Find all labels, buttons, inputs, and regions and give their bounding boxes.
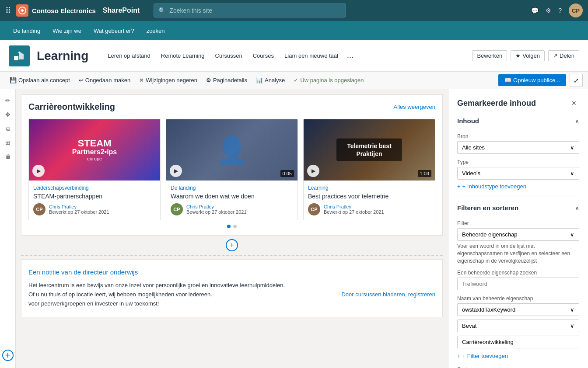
- view-all-link[interactable]: Alles weergeven: [394, 104, 435, 110]
- discard-button[interactable]: ✕ Wijzigingen negeren: [135, 72, 202, 89]
- site-nav-courses[interactable]: Courses: [248, 40, 279, 72]
- filter-dropdown[interactable]: Beheerde eigenschap ∨: [457, 228, 579, 241]
- details-icon: ⚙: [206, 77, 211, 83]
- chat-icon[interactable]: 💬: [531, 7, 539, 14]
- condition-value-input[interactable]: [457, 336, 579, 348]
- chevron-down-icon: ∨: [570, 144, 574, 151]
- video-category-1[interactable]: Leiderschapsverbinding: [33, 185, 156, 191]
- condition-dropdown[interactable]: Bevat ∨: [457, 319, 579, 332]
- right-panel: Gemarkeerde inhoud ✕ Inhoud ∧ Bron Alle …: [448, 89, 588, 368]
- search-icon: 🔍: [158, 7, 166, 14]
- author-avatar-2: CP: [171, 203, 183, 215]
- star-icon: ★: [515, 52, 521, 59]
- analytics-button[interactable]: 📊 Analyse: [252, 72, 289, 89]
- close-panel-button[interactable]: ✕: [569, 98, 579, 108]
- property-name-dropdown[interactable]: owstaxIdTaxKeyword ∨: [457, 303, 579, 316]
- site-nav-cursussen[interactable]: Cursussen: [210, 40, 248, 72]
- page-details-button[interactable]: ⚙ Paginadetails: [202, 72, 252, 89]
- video-title-1: STEAM-partnerschappen: [33, 193, 156, 200]
- settings-icon[interactable]: ⚙: [546, 7, 551, 14]
- right-panel-header: Gemarkeerde inhoud ✕: [457, 98, 579, 108]
- nav-item-landing[interactable]: De landing: [7, 21, 46, 40]
- author-avatar-3: CP: [308, 203, 320, 215]
- add-filter-icon: +: [457, 353, 461, 359]
- search-box[interactable]: 🔍: [154, 3, 346, 17]
- check-icon: ✓: [294, 77, 298, 83]
- type-chevron-down-icon: ∨: [570, 170, 574, 177]
- save-draft-button[interactable]: 💾 Opslaan als concept: [5, 72, 74, 89]
- video-info-2: De landing Waarom we doen wat we doen CP…: [166, 181, 298, 220]
- expand-button[interactable]: ⤢: [570, 74, 583, 87]
- add-type-icon: +: [457, 183, 461, 190]
- search-input[interactable]: [169, 7, 341, 14]
- org-icon: [16, 4, 28, 17]
- undo-button[interactable]: ↩ Ongedaan maken: [74, 72, 135, 89]
- site-nav-leren[interactable]: Leren op afstand: [102, 40, 156, 72]
- nav-item-wie[interactable]: Wie zijn we: [46, 21, 88, 40]
- steam-overlay: STEAM Partners2•ips europe: [72, 139, 117, 161]
- bottom-content: Een notitie van de directeur onderwijs H…: [21, 259, 443, 317]
- inhoud-label: Inhoud: [457, 117, 479, 125]
- publish-icon: 📖: [504, 77, 511, 83]
- play-button-3[interactable]: ▶: [307, 165, 319, 177]
- type-field-label: Type: [457, 159, 579, 165]
- property-chevron-down-icon: ∨: [570, 306, 574, 313]
- telemetrie-overlay: Telemetrie best Praktijen: [336, 139, 402, 161]
- video-author-1: CP Chris Pratley Bewerkt op 27 oktober 2…: [33, 203, 156, 215]
- waffle-icon[interactable]: ⠿: [5, 6, 11, 15]
- carousel-dot-2[interactable]: [233, 225, 237, 228]
- video-card-2: 👤 ▶ 0:05 De landing Waarom we doen wat w…: [166, 119, 298, 220]
- site-nav-liam[interactable]: Liam een nieuwe taal: [279, 40, 343, 72]
- filter-section-header: Filteren en sorteren ∧: [457, 204, 579, 215]
- top-bar-actions: 💬 ⚙ ? CP: [531, 3, 583, 17]
- site-nav-more[interactable]: ...: [343, 40, 357, 72]
- web-part-carriere: Carrièreontwikkeling Alles weergeven STE…: [21, 94, 443, 236]
- carousel-dot-1[interactable]: [227, 225, 231, 228]
- edit-toolbar: 💾 Opslaan als concept ↩ Ongedaan maken ✕…: [0, 72, 588, 89]
- dashed-separator: [21, 255, 443, 256]
- director-link[interactable]: Een notitie van de directeur onderwijs: [28, 268, 435, 276]
- nav-item-zoeken[interactable]: zoeken: [140, 21, 171, 40]
- author-info-2: Chris Pratley Bewerkt op 27 oktober 2021: [186, 204, 247, 215]
- sort-field-label: Sorteren op: [457, 366, 579, 368]
- property-name-label: Naam van beheerde eigenschap: [457, 295, 579, 302]
- org-logo: Contoso Electronics: [16, 4, 96, 17]
- nav-item-wat[interactable]: Wat gebeurt er?: [88, 21, 140, 40]
- type-dropdown[interactable]: Video's ∨: [457, 167, 579, 180]
- video-info-1: Leiderschapsverbinding STEAM-partnerscha…: [29, 181, 160, 220]
- inhoud-chevron[interactable]: ∧: [575, 118, 579, 125]
- svg-rect-1: [14, 56, 18, 60]
- share-button[interactable]: ↗ Delen: [548, 50, 579, 61]
- author-avatar-1: CP: [33, 203, 46, 215]
- edit-button[interactable]: Bewerken: [472, 50, 507, 61]
- play-button-2[interactable]: ▶: [170, 165, 182, 177]
- edit-tool-move[interactable]: ✥: [2, 108, 14, 121]
- site-icon: [9, 45, 30, 66]
- help-icon[interactable]: ?: [558, 7, 562, 14]
- org-name: Contoso Electronics: [32, 7, 96, 14]
- edit-tool-duplicate[interactable]: ⧉: [2, 122, 14, 135]
- add-section-left-icon[interactable]: +: [2, 350, 14, 361]
- video-title-3: Best practices voor telemetrie: [308, 193, 430, 200]
- play-button-1[interactable]: ▶: [32, 165, 45, 177]
- follow-button[interactable]: ★ Volgen: [511, 50, 545, 61]
- edit-tool-pencil[interactable]: ✏: [2, 94, 14, 107]
- browse-courses-link[interactable]: Door cursussen bladeren, registreren: [341, 291, 435, 298]
- source-field-label: Bron: [457, 133, 579, 139]
- site-actions: Bewerken ★ Volgen ↗ Delen: [472, 50, 579, 61]
- add-type-button[interactable]: + + Inhoudstype toevoegen: [457, 183, 579, 190]
- publish-button[interactable]: 📖 Opnieuw publice...: [498, 74, 566, 86]
- add-section-button[interactable]: +: [226, 239, 238, 251]
- filter-chevron[interactable]: ∧: [575, 205, 579, 212]
- source-dropdown[interactable]: Alle sites ∨: [457, 141, 579, 154]
- add-filter-button[interactable]: + + Filter toevoegen: [457, 353, 579, 359]
- video-category-3[interactable]: Learning: [308, 185, 430, 191]
- top-bar: ⠿ Contoso Electronics SharePoint 🔍 💬 ⚙ ?…: [0, 0, 588, 21]
- video-category-2[interactable]: De landing: [171, 185, 293, 191]
- edit-tool-copy[interactable]: ⊞: [2, 136, 14, 149]
- avatar[interactable]: CP: [569, 3, 583, 17]
- search-property-input[interactable]: [457, 278, 579, 290]
- site-nav-remote[interactable]: Remote Learning: [156, 40, 210, 72]
- video-card-1: STEAM Partners2•ips europe ▶ Leiderschap…: [28, 119, 161, 220]
- edit-tool-delete[interactable]: 🗑: [2, 150, 14, 163]
